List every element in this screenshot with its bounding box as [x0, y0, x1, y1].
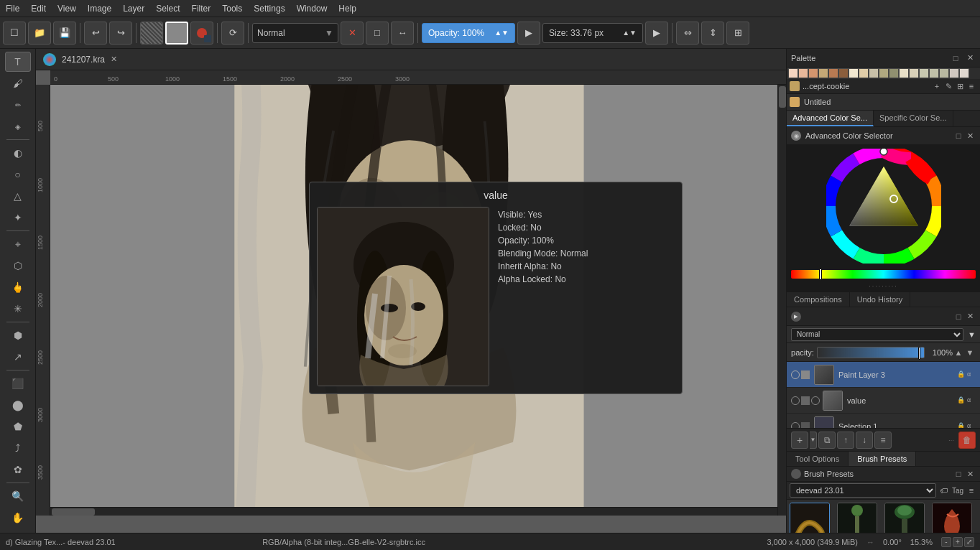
- swatch[interactable]: [939, 68, 949, 78]
- tool-cage[interactable]: ⬢: [5, 325, 31, 345]
- opacity-expand-button[interactable]: ▲: [953, 347, 964, 358]
- tool-rect-select[interactable]: ⬛: [5, 373, 31, 393]
- tool-transform[interactable]: ⌖: [5, 234, 31, 254]
- opacity-handle[interactable]: [918, 347, 920, 360]
- tool-smart-select[interactable]: ✿: [5, 460, 31, 480]
- menu-settings[interactable]: Settings: [248, 2, 290, 15]
- menu-edit[interactable]: Edit: [25, 2, 52, 15]
- swatch[interactable]: [889, 68, 899, 78]
- tool-pan[interactable]: ✋: [5, 508, 31, 528]
- swatch[interactable]: [828, 68, 838, 78]
- tool-text[interactable]: T: [5, 52, 31, 72]
- menu-select[interactable]: Select: [150, 2, 185, 15]
- layer-item-selection1[interactable]: Selection 1 🔒 α: [787, 414, 980, 428]
- tool-poly-select[interactable]: ⬟: [5, 416, 31, 437]
- scrollbar-thumb-h[interactable]: [52, 508, 95, 516]
- undo-button[interactable]: ↩: [84, 22, 107, 45]
- brush-preset-3[interactable]: [884, 503, 925, 533]
- size-control[interactable]: Size: 33.76 px ▲▼: [542, 23, 643, 43]
- menu-filter[interactable]: Filter: [186, 2, 217, 15]
- tool-clone[interactable]: ⬡: [5, 256, 31, 276]
- tool-polygon[interactable]: △: [5, 186, 31, 206]
- color-wheel-svg[interactable]: [826, 149, 941, 264]
- transform-button[interactable]: ⟳: [221, 22, 244, 45]
- layer-panel-expand-button[interactable]: □: [953, 311, 964, 322]
- swatch[interactable]: [869, 68, 879, 78]
- palette-expand-button[interactable]: □: [950, 52, 961, 64]
- tool-ellipse-select[interactable]: ⬤: [5, 395, 31, 415]
- swatch[interactable]: [808, 68, 818, 78]
- delete-layer-button[interactable]: 🗑: [958, 432, 976, 449]
- mirror-button[interactable]: ↔: [391, 22, 414, 45]
- layer-alpha-lock-value[interactable]: [811, 396, 820, 405]
- adv-color-expand-button[interactable]: □: [953, 130, 964, 141]
- tool-smart[interactable]: ✳: [5, 299, 31, 319]
- add-layer-button[interactable]: +: [791, 432, 808, 449]
- scrollbar-vertical[interactable]: [777, 85, 786, 516]
- swatch[interactable]: [838, 68, 849, 78]
- tool-brush[interactable]: 🖌: [5, 73, 31, 93]
- menu-window[interactable]: Window: [291, 2, 333, 15]
- tool-freehand[interactable]: ✦: [5, 208, 31, 228]
- swatch[interactable]: [929, 68, 939, 78]
- layer-visibility-eye-value[interactable]: [791, 396, 800, 405]
- brush-presets-close-button[interactable]: ✕: [964, 468, 976, 480]
- menu-view[interactable]: View: [52, 2, 82, 15]
- opacity-slider[interactable]: [817, 347, 925, 358]
- size-expand-button[interactable]: ▶: [645, 22, 668, 45]
- layer-header-expand[interactable]: ▸: [791, 312, 801, 322]
- swatch[interactable]: [959, 68, 969, 78]
- tool-ellipse[interactable]: ○: [5, 164, 31, 185]
- tool-measure[interactable]: ↗: [5, 347, 31, 367]
- preserve-alpha-button[interactable]: □: [366, 22, 389, 45]
- tool-zoom[interactable]: 🔍: [5, 486, 31, 506]
- tool-colorpick[interactable]: 🖕: [5, 277, 31, 297]
- palette-color-swatch[interactable]: [790, 81, 800, 91]
- swatch[interactable]: [919, 68, 929, 78]
- brush-preset-2[interactable]: [837, 503, 877, 533]
- layer-blend-dropdown[interactable]: Normal Multiply Screen: [791, 328, 963, 341]
- menu-layer[interactable]: Layer: [117, 2, 150, 15]
- zoom-out-button[interactable]: -: [941, 537, 951, 547]
- brush-preset-dropdown[interactable]: deevad 23.01: [790, 483, 936, 498]
- swatch[interactable]: [788, 68, 798, 78]
- zoom-in-button[interactable]: +: [953, 537, 963, 547]
- redo-button[interactable]: ↪: [109, 22, 132, 45]
- brush-preset-menu-button[interactable]: ≡: [966, 485, 977, 496]
- swatch[interactable]: [859, 68, 869, 78]
- palette-item-untitled[interactable]: Untitled: [787, 94, 980, 110]
- tab-compositions[interactable]: Compositions: [787, 292, 850, 307]
- swatch[interactable]: [849, 68, 859, 78]
- menu-help[interactable]: Help: [333, 2, 362, 15]
- brush-icon-button[interactable]: [190, 22, 213, 45]
- layer-item-paint3[interactable]: Paint Layer 3 🔒 α: [787, 362, 980, 388]
- layer-panel-close-button[interactable]: ✕: [964, 311, 976, 322]
- swatch[interactable]: [798, 68, 808, 78]
- open-button[interactable]: 📁: [28, 22, 51, 45]
- tool-eraser[interactable]: ◈: [5, 116, 31, 136]
- hue-handle[interactable]: [819, 269, 822, 280]
- swatch[interactable]: [879, 68, 889, 78]
- adv-color-close-button[interactable]: ✕: [964, 130, 976, 141]
- mirror-h-button[interactable]: ⇔: [676, 22, 699, 45]
- palette-add-button[interactable]: +: [931, 80, 943, 92]
- brush-preset-tag-label[interactable]: Tag: [952, 487, 963, 495]
- swatch[interactable]: [949, 68, 959, 78]
- palette-grid-button[interactable]: ⊞: [954, 80, 966, 92]
- menu-image[interactable]: Image: [82, 2, 117, 15]
- palette-edit-button[interactable]: ✎: [943, 80, 954, 92]
- layer-options-button[interactable]: ≡: [874, 432, 892, 449]
- swatch[interactable]: [899, 68, 909, 78]
- swatch[interactable]: [909, 68, 919, 78]
- zoom-fullscreen-button[interactable]: ⤢: [964, 537, 974, 547]
- move-down-button[interactable]: ↓: [856, 432, 873, 449]
- hue-slider[interactable]: [791, 270, 976, 279]
- palette-close-button[interactable]: ✕: [964, 52, 976, 64]
- add-layer-dropdown-btn[interactable]: ▼: [810, 432, 817, 449]
- blend-mode-dropdown[interactable]: Normal ▼: [252, 23, 338, 43]
- move-up-button[interactable]: ↑: [837, 432, 854, 449]
- tab-undo-history[interactable]: Undo History: [850, 292, 911, 307]
- fill-color-button[interactable]: [165, 22, 188, 45]
- scrollbar-thumb-v[interactable]: [779, 86, 786, 108]
- color-wheel-container[interactable]: [787, 144, 980, 268]
